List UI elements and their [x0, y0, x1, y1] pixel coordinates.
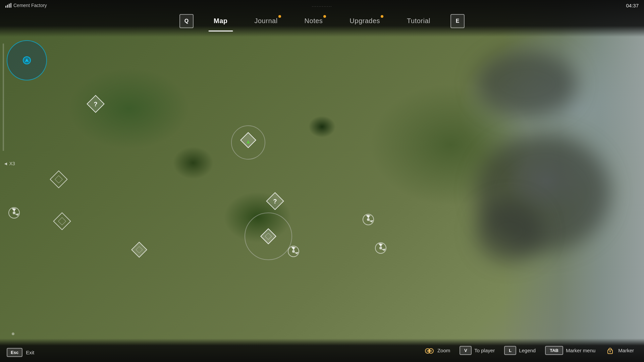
fog-patch [476, 201, 543, 261]
bottom-dot-indicator [12, 333, 14, 335]
minimap [7, 40, 47, 80]
tab-tutorial[interactable]: Tutorial [393, 13, 444, 29]
top-bar: Cement Factory ............ 04:37 Q Map … [0, 0, 644, 37]
exit-action[interactable]: Esc Exit [7, 348, 34, 357]
nav-key-q[interactable]: Q [179, 14, 194, 28]
nav-tabs: Q Map Journal Notes Upgrades Tutorial E [173, 13, 471, 29]
map-container[interactable]: ◄ X3 ? ? [0, 0, 644, 362]
legend-label: Legend [519, 348, 536, 353]
map-multiplier: ◄ X3 [3, 161, 15, 166]
zoom-action[interactable]: Zoom [424, 345, 450, 356]
zoom-label: Zoom [437, 348, 450, 353]
tab-key[interactable]: TAB [545, 346, 563, 355]
dots-pattern: ............ [312, 3, 332, 7]
svg-point-28 [427, 350, 429, 352]
location-name: Cement Factory [5, 3, 47, 8]
signal-bar-4 [10, 3, 11, 8]
tab-upgrades[interactable]: Upgrades [336, 13, 393, 29]
zoom-icon [424, 345, 435, 356]
notes-notification-dot [323, 15, 326, 18]
svg-point-29 [430, 350, 432, 352]
marker-label: Marker [618, 348, 634, 353]
svg-marker-0 [25, 58, 29, 62]
journal-notification-dot [278, 15, 281, 18]
signal-bar-2 [7, 5, 8, 8]
signal-bars [5, 3, 11, 8]
nav-key-e[interactable]: E [450, 14, 465, 28]
to-player-label: To player [474, 348, 495, 353]
svg-point-31 [609, 351, 611, 352]
clock-display: 04:37 [626, 3, 639, 8]
marker-menu-action[interactable]: TAB Marker menu [545, 346, 595, 355]
svg-rect-27 [429, 350, 430, 352]
esc-key[interactable]: Esc [7, 348, 22, 357]
upgrades-notification-dot [381, 15, 383, 18]
exit-label: Exit [26, 350, 34, 355]
legend-action[interactable]: L Legend [504, 346, 536, 355]
minimap-center [23, 56, 31, 64]
l-key[interactable]: L [504, 346, 516, 355]
marker-action[interactable]: Marker [605, 345, 634, 356]
fog-patch [476, 50, 577, 117]
marker-menu-label: Marker menu [566, 348, 595, 353]
scale-bar [3, 44, 4, 151]
tab-notes[interactable]: Notes [291, 13, 336, 29]
tab-map[interactable]: Map [200, 13, 241, 29]
to-player-action[interactable]: V To player [460, 346, 495, 355]
signal-bar-3 [9, 4, 10, 8]
v-key[interactable]: V [460, 346, 472, 355]
marker-icon [605, 345, 615, 356]
bottom-bar: Esc Exit Zoom V To player L Legend TAB M… [0, 339, 644, 362]
tab-journal[interactable]: Journal [241, 13, 291, 29]
signal-bar-1 [5, 6, 6, 8]
location-text: Cement Factory [13, 3, 47, 8]
